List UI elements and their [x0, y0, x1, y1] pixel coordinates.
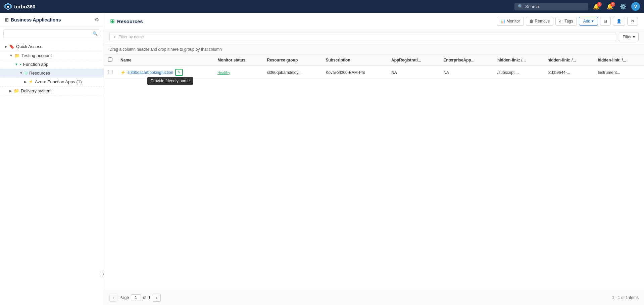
resources-table-wrap: Name Monitor status Resource group Subsc… — [104, 55, 644, 290]
friendly-name-tooltip: Provide friendly name — [147, 77, 193, 85]
prev-page-button[interactable]: ‹ — [109, 294, 117, 302]
folder-delivery-icon: 📁 — [14, 88, 19, 93]
header-resource-group[interactable]: Resource group — [263, 55, 321, 66]
filter-icon: ⚬ — [113, 35, 116, 39]
page-number-input[interactable] — [131, 294, 141, 301]
header-monitor-status[interactable]: Monitor status — [213, 55, 263, 66]
monitor-button[interactable]: 📊 Monitor — [497, 17, 524, 26]
settings-button[interactable]: ⚙️ — [618, 2, 629, 11]
header-name[interactable]: Name — [116, 55, 213, 66]
header-hidden-link-1[interactable]: hidden-link: /... — [493, 55, 544, 66]
main-layout: ⊞ Business Applications ⚙ 🔍 ▶ 🔖 Quick Ac… — [0, 13, 644, 305]
alerts-badge: 3 — [610, 2, 615, 7]
tree-section: ▶ 🔖 Quick Access ▼ 📁 Testing account ▼ ●… — [0, 41, 104, 97]
items-info: 1 - 1 of 1 items — [612, 295, 639, 300]
users-icon: 👤 — [616, 19, 622, 24]
header-subscription[interactable]: Subscription — [321, 55, 387, 66]
header-enterprise-app[interactable]: EnterpriseApp... — [439, 55, 493, 66]
sidebar-search-container: 🔍 — [0, 27, 104, 41]
sidebar-collapse-button[interactable]: ‹ — [100, 270, 104, 278]
logo-text: turbo360 — [14, 4, 35, 9]
row-hidden-link-1-cell: /subscripti... — [493, 66, 544, 79]
row-name-cell: ⚡ sl360qacarbookingfuction ✎ Provide fri… — [116, 66, 213, 79]
status-dot-icon: ● — [20, 63, 21, 66]
chevron-right-icon-3: ▶ — [9, 89, 12, 93]
sidebar-item-azure-function-apps[interactable]: ▶ ⚡ Azure Function Apps (1) — [0, 78, 104, 86]
remove-button[interactable]: 🗑 Remove — [526, 17, 554, 26]
next-page-button[interactable]: › — [153, 294, 161, 302]
header-app-registration[interactable]: AppRegistrati... — [387, 55, 439, 66]
search-icon: 🔍 — [518, 4, 523, 9]
sidebar-settings-button[interactable]: ⚙ — [95, 17, 99, 23]
gear-icon: ⚙️ — [620, 3, 627, 10]
search-bar[interactable]: 🔍 Search — [514, 3, 588, 10]
edit-icon: ✎ — [178, 70, 181, 75]
user-avatar[interactable]: V — [631, 2, 640, 11]
row-checkbox[interactable] — [108, 70, 112, 74]
resources-table: Name Monitor status Resource group Subsc… — [104, 55, 644, 79]
layout-icon: ⊟ — [604, 19, 607, 24]
sidebar-search-icon: 🔍 — [93, 31, 98, 36]
sidebar-item-delivery-system[interactable]: ▶ 📁 Delivery system — [0, 86, 104, 95]
row-enterprise-app-cell: NA — [439, 66, 493, 79]
row-subscription-cell: Kovai-SI360-BAM-Prd — [321, 66, 387, 79]
add-button[interactable]: Add ▾ — [579, 17, 598, 26]
tags-button[interactable]: 🏷 Tags — [555, 17, 577, 26]
chevron-down-icon-2: ▼ — [15, 62, 18, 66]
sidebar-item-function-app[interactable]: ▼ ● Function app — [0, 60, 104, 69]
main-header: ⊞ Resources 📊 Monitor 🗑 Remove 🏷 Tags Ad… — [104, 13, 644, 30]
remove-icon: 🗑 — [530, 19, 534, 24]
main-actions: 📊 Monitor 🗑 Remove 🏷 Tags Add ▾ ⊟ — [497, 17, 638, 26]
select-all-checkbox[interactable] — [108, 57, 112, 62]
sidebar-search-input[interactable] — [3, 29, 100, 38]
folder-icon: 📁 — [14, 53, 20, 58]
layout-button[interactable]: ⊟ — [600, 17, 611, 26]
sidebar-item-resources[interactable]: ▼ ⊞ Resources — [0, 69, 104, 78]
refresh-icon: ↻ — [631, 19, 634, 24]
header-checkbox-col — [104, 55, 116, 66]
filter-bar: ⚬ Filter by name Filter ▾ — [104, 30, 644, 44]
chevron-left-icon: ‹ — [103, 272, 104, 276]
row-hidden-link-3-cell: Instrument... — [594, 66, 644, 79]
row-monitor-status-cell: Healthy — [213, 66, 263, 79]
logo-icon — [4, 2, 12, 10]
refresh-button[interactable]: ↻ — [627, 17, 638, 26]
chevron-down-add-icon: ▾ — [592, 19, 594, 24]
sidebar-item-quick-access[interactable]: ▶ 🔖 Quick Access — [0, 42, 104, 51]
grid-icon: ⊞ — [5, 17, 9, 23]
chevron-down-icon: ▼ — [9, 54, 13, 57]
chevron-right-icon-2: ▶ — [24, 80, 27, 84]
resource-name-link[interactable]: sl360qacarbookingfuction — [128, 70, 173, 75]
filter-button[interactable]: Filter ▾ — [619, 33, 639, 41]
main-content: ⊞ Resources 📊 Monitor 🗑 Remove 🏷 Tags Ad… — [104, 13, 644, 305]
logo[interactable]: turbo360 — [4, 2, 35, 10]
row-app-registration-cell: NA — [387, 66, 439, 79]
page-controls: ‹ Page of 1 › — [109, 294, 161, 302]
users-button[interactable]: 👤 — [613, 17, 625, 26]
header-hidden-link-2[interactable]: hidden-link: /... — [544, 55, 594, 66]
total-pages: 1 — [148, 295, 151, 300]
of-label: of — [143, 295, 146, 300]
filter-input-area[interactable]: ⚬ Filter by name — [109, 33, 616, 41]
drag-hint: Drag a column header and drop it here to… — [104, 44, 644, 55]
svg-point-2 — [7, 6, 9, 8]
sidebar-header: ⊞ Business Applications ⚙ — [0, 13, 104, 27]
status-badge[interactable]: Healthy — [217, 71, 230, 75]
header-hidden-link-3[interactable]: hidden-link: /... — [594, 55, 644, 66]
resources-grid-icon: ⊞ — [110, 18, 114, 25]
function-icon: ⚡ — [29, 80, 33, 84]
resource-type-icon: ⚡ — [120, 70, 126, 75]
filter-chevron-icon: ▾ — [633, 35, 635, 39]
search-label: Search — [525, 4, 539, 9]
edit-friendly-name-button[interactable]: ✎ — [175, 69, 183, 76]
notifications-button[interactable]: 🔔 1 — [591, 2, 602, 11]
sidebar-item-testing-account[interactable]: ▼ 📁 Testing account — [0, 51, 104, 60]
pagination-bar: ‹ Page of 1 › 1 - 1 of 1 items — [104, 290, 644, 305]
chevron-right-icon: ▶ — [5, 45, 7, 48]
grid-small-icon: ⊞ — [24, 71, 28, 75]
row-checkbox-cell — [104, 66, 116, 79]
table-header-row: Name Monitor status Resource group Subsc… — [104, 55, 644, 66]
alerts-button[interactable]: 🔔 3 — [604, 2, 615, 11]
avatar-letter: V — [634, 4, 637, 9]
sidebar: ⊞ Business Applications ⚙ 🔍 ▶ 🔖 Quick Ac… — [0, 13, 104, 305]
